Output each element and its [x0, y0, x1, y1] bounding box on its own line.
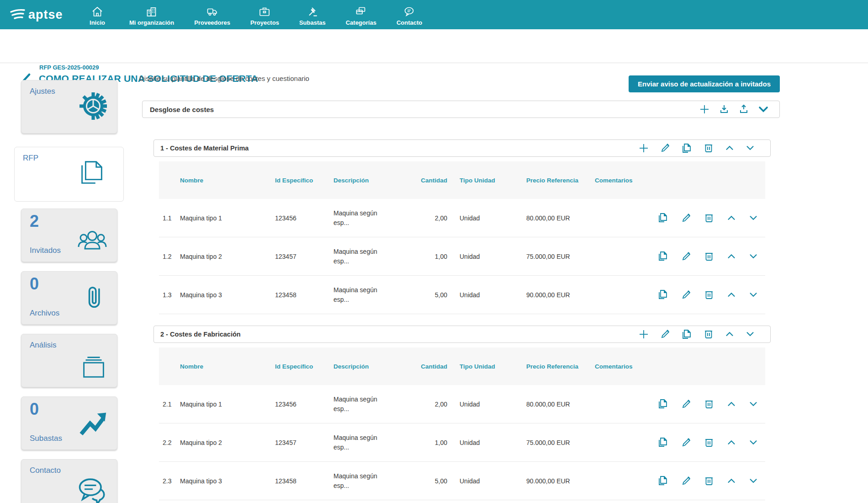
- copy-icon[interactable]: [657, 289, 669, 301]
- categories-icon: [355, 5, 367, 18]
- move-down-icon[interactable]: [748, 399, 759, 410]
- page-subtitle: Diseñe su plantilla de desglose de coste…: [139, 75, 309, 82]
- table-row: 2.3 Maquina tipo 3 123458 Maquina según …: [159, 462, 765, 500]
- edit-icon[interactable]: [680, 212, 692, 224]
- move-up-icon[interactable]: [724, 143, 735, 154]
- subastas-count: 0: [30, 400, 39, 419]
- nav-proyectos[interactable]: Proyectos: [240, 3, 289, 29]
- edit-icon[interactable]: [659, 142, 671, 154]
- stacked-pages-icon: [78, 351, 110, 383]
- svg-text:aptse: aptse: [28, 8, 63, 21]
- delete-icon[interactable]: [703, 437, 715, 449]
- section-1-table: Nombre Id Específico Descripción Cantida…: [159, 161, 765, 314]
- home-icon: [91, 5, 103, 18]
- cost-breakdown-panel-header: Desglose de costes: [142, 101, 780, 118]
- nav-mi-organizacion[interactable]: Mi organización: [119, 3, 184, 29]
- delete-icon[interactable]: [703, 251, 715, 262]
- table-header-row: Nombre Id Específico Descripción Cantida…: [159, 161, 765, 199]
- sidebar-card-contacto[interactable]: Contacto: [21, 459, 117, 503]
- chat-bubbles-icon: [75, 474, 110, 503]
- table-header-row: Nombre Id Específico Descripción Cantida…: [159, 348, 765, 385]
- table-row: 2.1 Maquina tipo 1 123456 Maquina según …: [159, 385, 765, 423]
- app-header: aptse Inicio Mi organización Proveedores…: [0, 0, 868, 29]
- delete-icon[interactable]: [703, 475, 715, 487]
- collapse-panel-icon[interactable]: [757, 103, 769, 115]
- sidebar-card-analisis[interactable]: Análisis: [21, 334, 117, 387]
- nav-categorias[interactable]: Categorías: [336, 3, 386, 29]
- paperclip-icon: [80, 282, 110, 315]
- edit-icon[interactable]: [680, 289, 692, 301]
- section-2-title: 2 - Costes de Fabricación: [154, 331, 241, 338]
- breadcrumb[interactable]: RFP GES-2025-00029: [39, 64, 99, 71]
- copy-icon[interactable]: [681, 328, 693, 341]
- gavel-icon: [307, 5, 318, 18]
- copy-icon[interactable]: [681, 142, 693, 155]
- archivos-count: 0: [30, 274, 39, 294]
- upload-icon[interactable]: [738, 103, 750, 115]
- send-update-notice-button[interactable]: Enviar aviso de actualización a invitado…: [629, 75, 780, 92]
- edit-icon[interactable]: [680, 437, 692, 449]
- sidebar-card-archivos[interactable]: 0 Archivos: [21, 271, 117, 325]
- page-header: RFP GES-2025-00029 COMO REALIZAR UNA SOL…: [0, 29, 868, 63]
- table-row: 1.2 Maquina tipo 2 123457 Maquina según …: [159, 237, 765, 276]
- move-down-icon[interactable]: [745, 329, 756, 340]
- invitados-count: 2: [30, 212, 39, 231]
- nav-proveedores[interactable]: Proveedores: [184, 3, 240, 29]
- gear-icon: [77, 90, 110, 124]
- move-up-icon[interactable]: [726, 437, 737, 448]
- nav-contacto[interactable]: Contacto: [386, 3, 432, 29]
- move-down-icon[interactable]: [745, 143, 756, 154]
- sidebar-card-rfp[interactable]: RFP: [14, 147, 124, 202]
- add-section-icon[interactable]: [699, 103, 710, 115]
- delete-icon[interactable]: [703, 398, 715, 410]
- section-2-header: 2 - Costes de Fabricación: [153, 326, 771, 343]
- table-row: 1.3 Maquina tipo 3 123458 Maquina según …: [159, 276, 765, 314]
- move-down-icon[interactable]: [748, 213, 759, 224]
- move-up-icon[interactable]: [726, 213, 737, 224]
- copy-icon[interactable]: [657, 436, 669, 449]
- nav-subastas[interactable]: Subastas: [289, 3, 336, 29]
- add-item-icon[interactable]: [638, 328, 650, 340]
- copy-icon[interactable]: [657, 250, 669, 262]
- add-item-icon[interactable]: [638, 142, 650, 154]
- move-up-icon[interactable]: [726, 251, 737, 262]
- delete-icon[interactable]: [703, 212, 715, 224]
- copy-icon[interactable]: [657, 398, 669, 410]
- move-up-icon[interactable]: [726, 476, 737, 487]
- edit-icon[interactable]: [680, 475, 692, 487]
- sidebar-card-ajustes[interactable]: Ajustes: [21, 80, 117, 134]
- move-down-icon[interactable]: [748, 251, 759, 262]
- delete-icon[interactable]: [703, 289, 715, 301]
- section-1-title: 1 - Costes de Material Prima: [154, 144, 249, 152]
- move-up-icon[interactable]: [726, 289, 737, 300]
- move-up-icon[interactable]: [726, 399, 737, 410]
- move-down-icon[interactable]: [748, 476, 759, 487]
- table-row: 2.2 Maquina tipo 2 123457 Maquina según …: [159, 423, 765, 462]
- people-icon: [75, 225, 110, 254]
- organization-icon: [146, 5, 158, 18]
- edit-icon[interactable]: [680, 398, 692, 410]
- chat-icon: [403, 5, 415, 18]
- nav-inicio[interactable]: Inicio: [75, 3, 119, 29]
- copy-icon[interactable]: [657, 475, 669, 487]
- section-1-header: 1 - Costes de Material Prima: [153, 139, 771, 157]
- download-icon[interactable]: [718, 103, 730, 115]
- truck-icon: [206, 5, 218, 18]
- app-logo[interactable]: aptse: [0, 5, 75, 25]
- delete-icon[interactable]: [703, 328, 715, 340]
- documents-icon: [76, 157, 108, 191]
- table-row: 1.1 Maquina tipo 1 123456 Maquina según …: [159, 199, 765, 237]
- sidebar-card-subastas[interactable]: 0 Subastas: [21, 396, 117, 450]
- move-down-icon[interactable]: [748, 437, 759, 448]
- copy-icon[interactable]: [657, 212, 669, 224]
- section-2-table: Nombre Id Específico Descripción Cantida…: [159, 348, 765, 500]
- sidebar-card-invitados[interactable]: 2 Invitados: [21, 209, 117, 262]
- edit-icon[interactable]: [680, 251, 692, 262]
- trending-up-icon: [78, 408, 110, 439]
- delete-icon[interactable]: [703, 142, 715, 154]
- edit-icon[interactable]: [659, 328, 671, 340]
- main-content: Diseñe su plantilla de desglose de coste…: [139, 63, 780, 500]
- move-up-icon[interactable]: [724, 329, 735, 340]
- main-nav: Inicio Mi organización Proveedores Proye…: [75, 0, 432, 29]
- move-down-icon[interactable]: [748, 289, 759, 300]
